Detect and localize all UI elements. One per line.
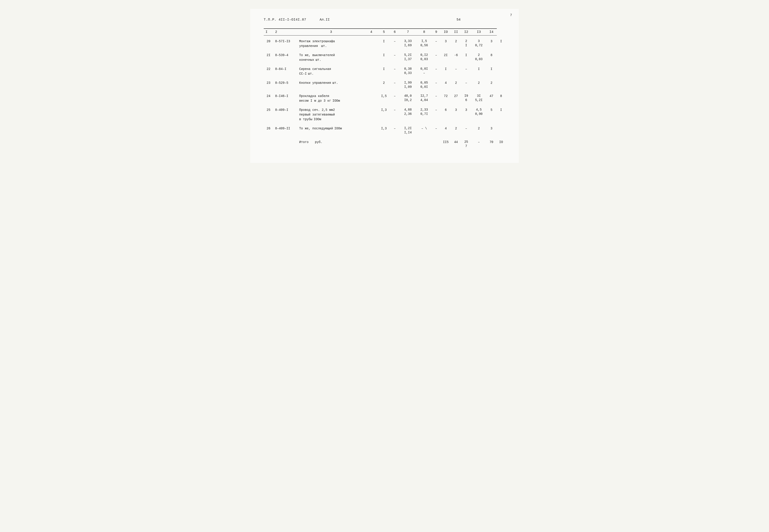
total-label: Итого руб. — [297, 139, 365, 149]
page-container: 7 Т.П.Р. 4ІІ–І–ОІ4І.87 Ал.ІІ 54 І 2 3 4 … — [250, 9, 519, 163]
row-num: 24 — [264, 93, 273, 104]
total-col13: 70 — [486, 139, 497, 149]
col-header-2: 2 — [273, 29, 297, 36]
row-col7: 0,І20,03 — [416, 52, 432, 63]
row-col6: 0,380,33 — [399, 66, 416, 77]
row-col14 — [497, 52, 505, 63]
row-col13: 3 — [486, 38, 497, 49]
col-header-11: ІІ — [451, 29, 461, 36]
total-col10: 44 — [451, 139, 461, 149]
row-col12: 4,50,90 — [471, 107, 486, 123]
row-col8: – — [432, 80, 440, 90]
row-col9: І — [440, 66, 451, 77]
row-col8: – — [432, 52, 440, 63]
row-col11: 2І — [461, 38, 471, 49]
row-col6: 4,882,36 — [399, 107, 416, 123]
col-header-5: 5 — [378, 29, 390, 36]
col-header-10: ІО — [440, 29, 451, 36]
row-col8: – — [432, 66, 440, 77]
total-empty — [365, 139, 378, 149]
row-col5: – — [390, 52, 399, 63]
row-col5: – — [390, 66, 399, 77]
row-col4: 2 — [378, 80, 390, 90]
row-col14 — [497, 66, 505, 77]
row-code: 8–539–4 — [273, 52, 297, 63]
row-col7: І,50,56 — [416, 38, 432, 49]
col-header-1: І — [264, 29, 273, 36]
table-row: 26 8–409–ІІ То же, последующийІООм І,3 –… — [264, 125, 505, 136]
row-col6: І,99І,09 — [399, 80, 416, 90]
row-col10: 2 — [451, 125, 461, 136]
header-row: Т.П.Р. 4ІІ–І–ОІ4І.87 Ал.ІІ 54 — [264, 18, 505, 22]
row-desc: То же, выключателей конечныхшт. — [297, 52, 365, 63]
row-num: 20 — [264, 38, 273, 49]
row-col14 — [497, 80, 505, 90]
corner-mark: 7 — [510, 13, 512, 17]
row-col11: 3 — [461, 107, 471, 123]
col-header-8: 8 — [416, 29, 432, 36]
row-unit — [365, 93, 378, 104]
row-num: 25 — [264, 107, 273, 123]
row-col13: 3 — [486, 125, 497, 136]
col-header-13: І3 — [471, 29, 486, 36]
row-col9: 2І — [440, 52, 451, 63]
row-num: 23 — [264, 80, 273, 90]
row-col13: 47 — [486, 93, 497, 104]
row-col4: І,5 — [378, 93, 390, 104]
row-col13: 2 — [486, 80, 497, 90]
row-col13: 5 — [486, 107, 497, 123]
row-col4: І — [378, 38, 390, 49]
row-unit — [365, 66, 378, 77]
row-col9: 3 — [440, 38, 451, 49]
row-col12: 3І5,2І — [471, 93, 486, 104]
row-col5: – — [390, 107, 399, 123]
total-empty — [432, 139, 440, 149]
total-empty — [416, 139, 432, 149]
row-col5: – — [390, 38, 399, 49]
row-col10: 2 — [451, 38, 461, 49]
row-desc: Провод сеч. 2,5 мм2 первый затягиваемый … — [297, 107, 365, 123]
table-row: 22 8–84–І Сирена сигнальная СС–Ішт. І – … — [264, 66, 505, 77]
row-col6: І,2ІІ,І4 — [399, 125, 416, 136]
row-desc: То же, последующийІООм — [297, 125, 365, 136]
column-headers: І 2 3 4 5 6 7 8 9 ІО ІІ І2 І3 І4 — [264, 29, 505, 36]
row-col12: 20,03 — [471, 52, 486, 63]
total-empty — [264, 139, 273, 149]
row-col7: І2,74,04 — [416, 93, 432, 104]
table-row: 24 8–І46–І Прокладка кабеля весом І м до… — [264, 93, 505, 104]
row-col6: 3,33І,69 — [399, 38, 416, 49]
row-num: 26 — [264, 125, 273, 136]
row-col4: І — [378, 52, 390, 63]
row-col14: 8 — [497, 93, 505, 104]
total-empty — [273, 139, 297, 149]
col-header-6: 6 — [390, 29, 399, 36]
table-row: 25 8–409–І Провод сеч. 2,5 мм2 первый за… — [264, 107, 505, 123]
row-col13: І — [486, 66, 497, 77]
row-col12: І — [471, 66, 486, 77]
section-label: Ал.ІІ — [320, 18, 330, 22]
row-col5: – — [390, 125, 399, 136]
table-row: 2І 8–539–4 То же, выключателей конечныхш… — [264, 52, 505, 63]
total-col11: 257 — [461, 139, 471, 149]
total-empty — [390, 139, 399, 149]
row-code: 8–84–І — [273, 66, 297, 77]
row-col5: – — [390, 93, 399, 104]
row-col12: 2 — [471, 80, 486, 90]
row-col4: І — [378, 66, 390, 77]
total-empty — [378, 139, 390, 149]
row-col4: І,3 — [378, 107, 390, 123]
row-col7: 0,0І– — [416, 66, 432, 77]
row-num: 22 — [264, 66, 273, 77]
row-col7: 2,330,7І — [416, 107, 432, 123]
row-col11: І — [461, 52, 471, 63]
row-desc: Прокладка кабеля весом І м до 3 кгІООм — [297, 93, 365, 104]
row-col6: 48,0І8,2 — [399, 93, 416, 104]
row-col9: 6 — [440, 107, 451, 123]
row-col7: 0,050,0І — [416, 80, 432, 90]
row-col13: 8 — [486, 52, 497, 63]
row-col8: – — [432, 107, 440, 123]
row-col4: І,3 — [378, 125, 390, 136]
row-desc: Сирена сигнальная СС–Ішт. — [297, 66, 365, 77]
row-unit — [365, 80, 378, 90]
total-empty — [399, 139, 416, 149]
